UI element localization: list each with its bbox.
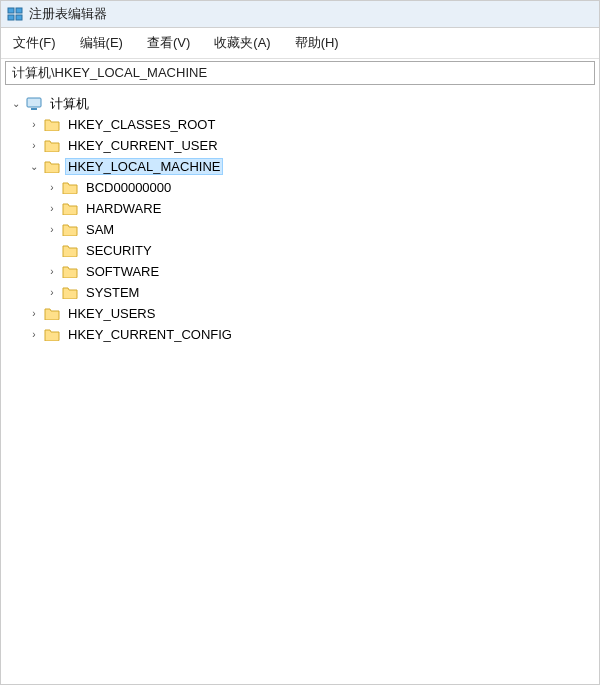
- address-bar[interactable]: 计算机\HKEY_LOCAL_MACHINE: [5, 61, 595, 85]
- tree-label: HKEY_CLASSES_ROOT: [65, 116, 218, 133]
- chevron-right-icon[interactable]: ›: [27, 118, 41, 132]
- folder-icon: [61, 285, 79, 301]
- menu-favorites[interactable]: 收藏夹(A): [208, 32, 276, 54]
- tree-label: 计算机: [47, 94, 92, 114]
- svg-rect-5: [31, 108, 37, 110]
- tree-node-hkcc[interactable]: › HKEY_CURRENT_CONFIG: [5, 324, 595, 345]
- tree-label: BCD00000000: [83, 179, 174, 196]
- folder-icon: [43, 306, 61, 322]
- titlebar: 注册表编辑器: [1, 1, 599, 28]
- tree-node-hklm[interactable]: ⌄ HKEY_LOCAL_MACHINE: [5, 156, 595, 177]
- tree-node-bcd[interactable]: › BCD00000000: [5, 177, 595, 198]
- tree-node-security[interactable]: · SECURITY: [5, 240, 595, 261]
- regedit-icon: [7, 6, 23, 22]
- computer-icon: [25, 96, 43, 112]
- folder-icon: [61, 222, 79, 238]
- tree-label: HKEY_CURRENT_USER: [65, 137, 221, 154]
- tree-label: SAM: [83, 221, 117, 238]
- tree-label: HKEY_LOCAL_MACHINE: [65, 158, 223, 175]
- tree-node-software[interactable]: › SOFTWARE: [5, 261, 595, 282]
- tree-node-hardware[interactable]: › HARDWARE: [5, 198, 595, 219]
- svg-rect-4: [27, 98, 41, 107]
- folder-icon: [43, 327, 61, 343]
- tree-node-hku[interactable]: › HKEY_USERS: [5, 303, 595, 324]
- folder-icon: [61, 243, 79, 259]
- chevron-right-icon[interactable]: ›: [27, 307, 41, 321]
- chevron-down-icon[interactable]: ⌄: [27, 160, 41, 174]
- folder-icon: [43, 138, 61, 154]
- folder-open-icon: [43, 159, 61, 175]
- svg-rect-0: [8, 8, 14, 13]
- tree-node-hkcu[interactable]: › HKEY_CURRENT_USER: [5, 135, 595, 156]
- chevron-right-icon[interactable]: ›: [45, 265, 59, 279]
- folder-icon: [43, 117, 61, 133]
- chevron-right-icon[interactable]: ›: [45, 223, 59, 237]
- chevron-down-icon[interactable]: ⌄: [9, 97, 23, 111]
- folder-icon: [61, 201, 79, 217]
- tree-node-computer[interactable]: ⌄ 计算机: [5, 93, 595, 114]
- svg-rect-2: [8, 15, 14, 20]
- chevron-right-icon[interactable]: ›: [45, 181, 59, 195]
- tree-node-system[interactable]: › SYSTEM: [5, 282, 595, 303]
- chevron-right-icon[interactable]: ›: [27, 328, 41, 342]
- tree-node-sam[interactable]: › SAM: [5, 219, 595, 240]
- tree-label: HKEY_USERS: [65, 305, 158, 322]
- svg-rect-1: [16, 8, 22, 13]
- menu-file[interactable]: 文件(F): [7, 32, 62, 54]
- chevron-right-icon[interactable]: ›: [27, 139, 41, 153]
- tree-label: HARDWARE: [83, 200, 164, 217]
- chevron-right-icon[interactable]: ›: [45, 202, 59, 216]
- menu-edit[interactable]: 编辑(E): [74, 32, 129, 54]
- tree-label: SYSTEM: [83, 284, 142, 301]
- svg-rect-3: [16, 15, 22, 20]
- menubar: 文件(F) 编辑(E) 查看(V) 收藏夹(A) 帮助(H): [1, 28, 599, 59]
- chevron-right-icon[interactable]: ›: [45, 286, 59, 300]
- tree-view[interactable]: ⌄ 计算机 › HKEY_CLASSES_ROOT › HKEY_CURRENT…: [1, 87, 599, 685]
- tree-label: SECURITY: [83, 242, 155, 259]
- tree-node-hkcr[interactable]: › HKEY_CLASSES_ROOT: [5, 114, 595, 135]
- folder-icon: [61, 264, 79, 280]
- menu-view[interactable]: 查看(V): [141, 32, 196, 54]
- tree-label: HKEY_CURRENT_CONFIG: [65, 326, 235, 343]
- menu-help[interactable]: 帮助(H): [289, 32, 345, 54]
- window-title: 注册表编辑器: [29, 5, 107, 23]
- tree-label: SOFTWARE: [83, 263, 162, 280]
- folder-icon: [61, 180, 79, 196]
